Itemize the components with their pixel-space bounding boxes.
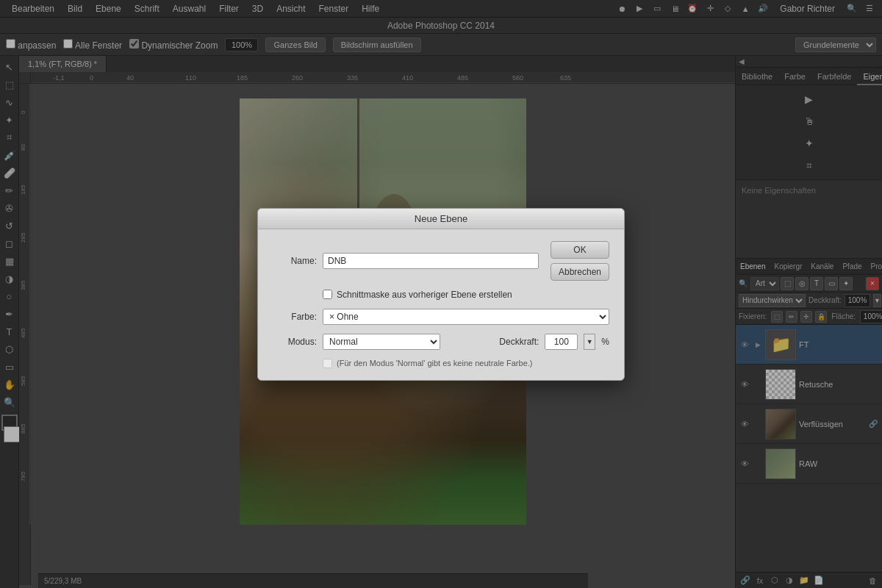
dialog-modus-row: Modus: Normal Aufhellen Abdunkeln Multip… [273,334,609,350]
dialog-note-text: (Für den Modus 'Normal' gibt es keine ne… [337,359,533,368]
dialog-note-row: (Für den Modus 'Normal' gibt es keine ne… [273,359,609,368]
dialog-deckkraft-input[interactable] [545,334,578,350]
dialog-farbe-row: Farbe: × Ohne Rot Orange Gelb Grün Blau … [273,309,609,325]
dialog-schnittmaske-row: Schnittmaske aus vorheriger Ebene erstel… [273,290,609,300]
dialog-overlay: Neue Ebene Name: OK Abbrechen Schnittmas… [0,0,882,588]
dialog-cancel-button[interactable]: Abbrechen [551,263,609,281]
dialog-deckkraft-label: Deckkraft: [499,337,539,347]
dialog-farbe-select[interactable]: × Ohne Rot Orange Gelb Grün Blau Violett… [323,309,609,325]
dialog-name-row: Name: OK Abbrechen [273,241,609,281]
dialog-note-checkbox [323,359,332,368]
dialog-buttons: OK Abbrechen [551,241,609,281]
dialog-modus-select[interactable]: Normal Aufhellen Abdunkeln Multipliziere… [323,334,440,350]
dialog-schnittmaske-checkbox[interactable] [323,290,332,299]
neue-ebene-dialog: Neue Ebene Name: OK Abbrechen Schnittmas… [257,208,625,381]
dialog-name-label: Name: [273,256,317,266]
dialog-percent: % [601,337,609,347]
dialog-title: Neue Ebene [415,213,467,224]
dialog-name-input[interactable] [323,253,539,269]
dialog-schnittmaske-label: Schnittmaske aus vorheriger Ebene erstel… [337,290,512,300]
dialog-title-bar: Neue Ebene [258,209,624,229]
dialog-ok-button[interactable]: OK [551,241,609,259]
dialog-farbe-label: Farbe: [273,312,317,322]
dialog-body: Name: OK Abbrechen Schnittmaske aus vorh… [258,229,624,380]
dialog-deckkraft-stepper[interactable]: ▼ [584,334,595,350]
dialog-modus-label: Modus: [273,337,317,347]
